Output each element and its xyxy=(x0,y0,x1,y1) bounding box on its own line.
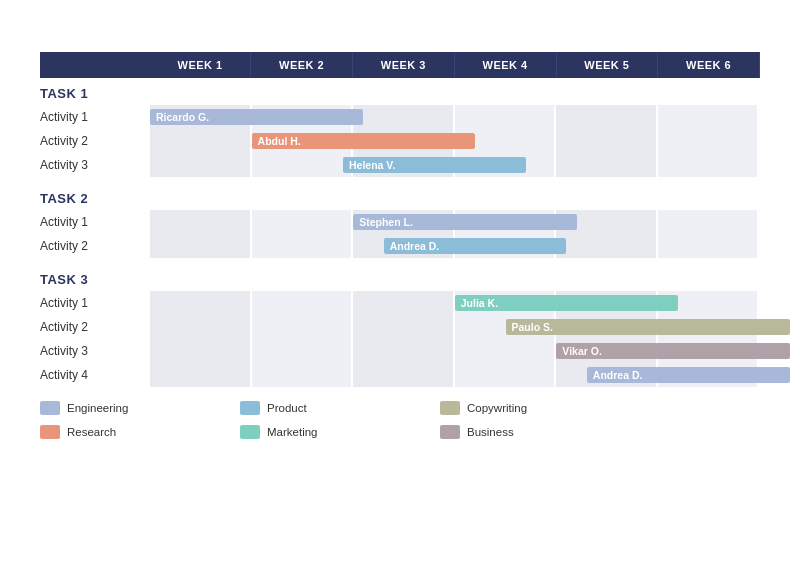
activity-label-1-1: Activity 2 xyxy=(40,234,150,258)
task-header-cell-1-1 xyxy=(251,183,353,210)
legend-item-product: Product xyxy=(240,401,440,415)
activity-row-1-0: Activity 1Stephen L. xyxy=(40,210,760,234)
legend-color-product xyxy=(240,401,260,415)
task-header-cell-2-2 xyxy=(353,264,455,291)
task-header-task3: TASK 3 xyxy=(40,264,760,291)
legend-item-engineering: Engineering xyxy=(40,401,240,415)
legend-label-marketing: Marketing xyxy=(267,426,318,438)
gantt-chart: WEEK 1 WEEK 2 WEEK 3 WEEK 4 WEEK 5 WEEK … xyxy=(40,52,760,387)
gantt-bar-engineering: Andrea D. xyxy=(587,367,790,383)
bar-cell-2-3: Andrea D. xyxy=(150,363,760,387)
activity-row-1-1: Activity 2Andrea D. xyxy=(40,234,760,258)
activity-label-2-3: Activity 4 xyxy=(40,363,150,387)
activity-label-0-2: Activity 3 xyxy=(40,153,150,177)
activity-label-2-2: Activity 3 xyxy=(40,339,150,363)
bar-cell-0-2: Helena V. xyxy=(150,153,760,177)
task-header-cell-2-3 xyxy=(454,264,556,291)
task-header-cell-1-2 xyxy=(353,183,455,210)
gantt-bar-research: Abdul H. xyxy=(252,133,475,149)
task-header-cell-2-1 xyxy=(251,264,353,291)
bar-cell-0-0: Ricardo G. xyxy=(150,105,760,129)
activity-row-0-2: Activity 3Helena V. xyxy=(40,153,760,177)
legend-color-marketing xyxy=(240,425,260,439)
activity-row-2-1: Activity 2Paulo S. xyxy=(40,315,760,339)
activity-label-0-0: Activity 1 xyxy=(40,105,150,129)
gantt-bar-engineering: Stephen L. xyxy=(353,214,576,230)
activity-row-2-3: Activity 4Andrea D. xyxy=(40,363,760,387)
legend-color-copywriting xyxy=(440,401,460,415)
activity-row-2-0: Activity 1Julia K. xyxy=(40,291,760,315)
page-header xyxy=(40,30,760,34)
task-header-task1: TASK 1 xyxy=(40,78,760,105)
gantt-bar-engineering: Ricardo G. xyxy=(150,109,363,125)
task-header-cell-2-5 xyxy=(658,264,760,291)
gantt-table: WEEK 1 WEEK 2 WEEK 3 WEEK 4 WEEK 5 WEEK … xyxy=(40,52,760,387)
gantt-bar-business: Vikar O. xyxy=(556,343,790,359)
legend-color-business xyxy=(440,425,460,439)
task-header-cell-0-5 xyxy=(658,78,760,105)
legend-item-research: Research xyxy=(40,425,240,439)
activity-label-2-0: Activity 1 xyxy=(40,291,150,315)
legend-label-product: Product xyxy=(267,402,307,414)
task-header-task2: TASK 2 xyxy=(40,183,760,210)
week6-header: WEEK 6 xyxy=(658,52,760,78)
legend-item-copywriting: Copywriting xyxy=(440,401,640,415)
activity-label-2-1: Activity 2 xyxy=(40,315,150,339)
bar-cell-2-2: Vikar O. xyxy=(150,339,760,363)
task-label-task3: TASK 3 xyxy=(40,264,150,291)
task-header-cell-0-0 xyxy=(150,78,251,105)
gantt-bar-product: Helena V. xyxy=(343,157,526,173)
week5-header: WEEK 5 xyxy=(556,52,658,78)
task-header-cell-1-4 xyxy=(556,183,658,210)
activity-label-1-0: Activity 1 xyxy=(40,210,150,234)
task-header-cell-2-4 xyxy=(556,264,658,291)
bar-cell-2-1: Paulo S. xyxy=(150,315,760,339)
legend-label-copywriting: Copywriting xyxy=(467,402,527,414)
legend-label-business: Business xyxy=(467,426,514,438)
gantt-bar-product: Andrea D. xyxy=(384,238,567,254)
task-header-cell-0-4 xyxy=(556,78,658,105)
activity-row-2-2: Activity 3Vikar O. xyxy=(40,339,760,363)
bar-cell-2-0: Julia K. xyxy=(150,291,760,315)
task-label-task2: TASK 2 xyxy=(40,183,150,210)
task-header-cell-1-5 xyxy=(658,183,760,210)
bar-cell-0-1: Abdul H. xyxy=(150,129,760,153)
legend-item-marketing: Marketing xyxy=(240,425,440,439)
legend: EngineeringProductCopywritingResearchMar… xyxy=(40,401,760,443)
task-header-cell-1-0 xyxy=(150,183,251,210)
week4-header: WEEK 4 xyxy=(454,52,556,78)
task-header-cell-0-2 xyxy=(353,78,455,105)
bar-cell-1-0: Stephen L. xyxy=(150,210,760,234)
bar-cell-1-1: Andrea D. xyxy=(150,234,760,258)
week2-header: WEEK 2 xyxy=(251,52,353,78)
task-header-cell-1-3 xyxy=(454,183,556,210)
week-header-row: WEEK 1 WEEK 2 WEEK 3 WEEK 4 WEEK 5 WEEK … xyxy=(40,52,760,78)
activity-label-0-1: Activity 2 xyxy=(40,129,150,153)
legend-color-research xyxy=(40,425,60,439)
task-header-cell-0-3 xyxy=(454,78,556,105)
gantt-bar-copywriting: Paulo S. xyxy=(506,319,790,335)
week3-header: WEEK 3 xyxy=(353,52,455,78)
gantt-bar-marketing: Julia K. xyxy=(455,295,678,311)
activity-row-0-0: Activity 1Ricardo G. xyxy=(40,105,760,129)
task-header-cell-2-0 xyxy=(150,264,251,291)
week1-header: WEEK 1 xyxy=(150,52,251,78)
legend-color-engineering xyxy=(40,401,60,415)
activity-row-0-1: Activity 2Abdul H. xyxy=(40,129,760,153)
legend-label-research: Research xyxy=(67,426,116,438)
label-header xyxy=(40,52,150,78)
task-header-cell-0-1 xyxy=(251,78,353,105)
task-label-task1: TASK 1 xyxy=(40,78,150,105)
legend-item-business: Business xyxy=(440,425,640,439)
legend-label-engineering: Engineering xyxy=(67,402,128,414)
